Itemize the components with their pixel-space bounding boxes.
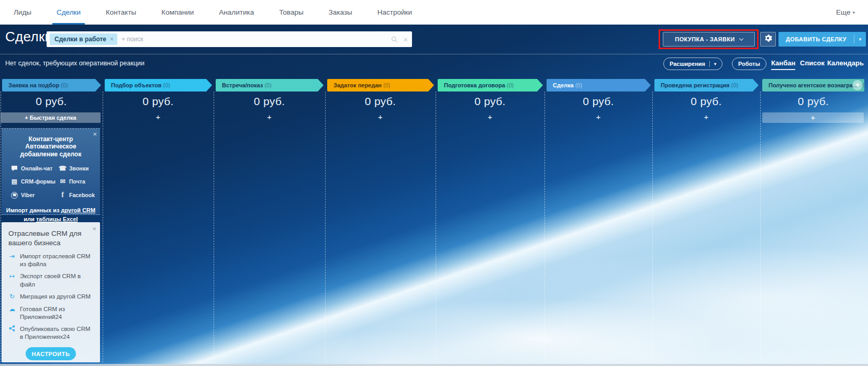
nav-tab-contacts[interactable]: Контакты: [105, 0, 137, 25]
share-icon: [8, 325, 16, 341]
search-icon[interactable]: [391, 36, 398, 43]
gear-icon: [764, 34, 772, 44]
status-text: Нет сделок, требующих оперативной реакци…: [5, 60, 144, 67]
mail-icon: ✉: [59, 178, 66, 185]
robots-button[interactable]: Роботы: [732, 58, 766, 70]
industry-item-ready-crm[interactable]: ☁ Готовая CRM из Приложений24: [8, 305, 95, 321]
contact-center-widget: × Контакт-центр Автоматическое добавлени…: [2, 128, 100, 215]
search-input[interactable]: [121, 36, 386, 43]
nav-tab-deals[interactable]: Сделки: [55, 0, 82, 25]
contact-center-title: Контакт-центр: [2, 135, 100, 143]
channel-facebook[interactable]: f Facebook: [59, 191, 102, 199]
add-deal-plus-button[interactable]: +: [325, 112, 436, 121]
kanban-column: Проведена регистрация(0) 0 руб. +: [652, 79, 760, 142]
quick-deal-button[interactable]: + Быстрая сделка: [1, 112, 101, 123]
column-amount: 0 руб.: [103, 95, 214, 108]
industry-item-import[interactable]: ⇥ Импорт отраслевой CRM из файла: [8, 253, 95, 268]
plus-icon: +: [25, 115, 28, 121]
industry-item-publish[interactable]: Опубликовать свою CRM в Приложениях24: [8, 325, 95, 341]
chevron-down-icon: ▾: [852, 10, 855, 15]
page-title: Сделки: [5, 29, 52, 45]
kanban-column: Сделка(0) 0 руб. +: [544, 79, 652, 142]
import-data-text: Импорт данных из другой CRM или таблицы …: [2, 206, 100, 223]
add-deal-plus-button[interactable]: +: [214, 112, 325, 121]
close-icon[interactable]: ×: [92, 225, 96, 233]
viber-icon: ☎: [10, 192, 18, 199]
add-deal-label: ДОБАВИТЬ СДЕЛКУ: [778, 32, 854, 47]
column-amount: 0 руб.: [760, 95, 866, 108]
view-tab-calendar[interactable]: Календарь: [827, 59, 864, 67]
column-amount: 0 руб.: [436, 95, 544, 108]
contact-center-subtitle: Автоматическое добавление сделок: [2, 143, 100, 158]
channel-mail[interactable]: ✉ Почта: [59, 178, 102, 185]
top-nav: Лиды Сделки Контакты Компании Аналитика …: [0, 0, 868, 25]
migration-icon: ↻: [8, 293, 16, 301]
column-amount: 0 руб.: [544, 95, 652, 108]
stage-header[interactable]: Задаток передан(0): [327, 79, 434, 92]
add-deal-plus-button[interactable]: +: [103, 112, 214, 121]
kanban-column: Встреча/показ(0) 0 руб. +: [214, 79, 325, 142]
nav-tab-orders[interactable]: Заказы: [328, 0, 353, 25]
close-icon[interactable]: ×: [93, 130, 97, 138]
kanban-column: Подготовка договора(0) 0 руб. +: [436, 79, 544, 142]
configure-button[interactable]: НАСТРОИТЬ: [26, 347, 76, 360]
channel-crm-forms[interactable]: ▤ CRM-формы: [10, 178, 59, 185]
stage-header[interactable]: Получено агентское вознагра... (0) +: [762, 79, 864, 92]
kanban-column: Задаток передан(0) 0 руб. +: [325, 79, 436, 142]
column-amount: 0 руб.: [652, 95, 760, 108]
extensions-button[interactable]: Расширения ▾: [663, 58, 722, 70]
channel-grid: Онлайн-чат ☎ Звонки ▤ CRM-формы ✉ Почта …: [2, 165, 100, 199]
filter-search-bar[interactable]: Сделки в работе × ×: [47, 31, 412, 47]
import-file-icon: ⇥: [8, 253, 16, 268]
import-crm-link[interactable]: другой CRM: [61, 207, 95, 213]
chat-icon: [10, 166, 18, 171]
nav-tab-settings[interactable]: Настройки: [376, 0, 413, 25]
add-deal-plus-button[interactable]: +: [652, 112, 760, 121]
stage-header[interactable]: Проведена регистрация(0): [654, 79, 759, 92]
stage-header[interactable]: Сделка(0): [547, 79, 651, 92]
view-tab-kanban[interactable]: Канбан: [771, 59, 795, 67]
nav-tab-analytics[interactable]: Аналитика: [218, 0, 255, 25]
bitrix-crm-window: Лиды Сделки Контакты Компании Аналитика …: [0, 0, 868, 366]
stage-header[interactable]: Подбор объектов(0): [105, 79, 212, 92]
nav-tab-leads[interactable]: Лиды: [13, 0, 32, 25]
view-tab-list[interactable]: Список: [800, 59, 825, 67]
add-deal-plus-button[interactable]: +: [762, 112, 864, 123]
nav-tab-products[interactable]: Товары: [278, 0, 304, 25]
crm-workspace: Сделки ☆ Сделки в работе × × ПОКУПКА - З…: [0, 25, 868, 366]
chip-remove-icon[interactable]: ×: [110, 36, 114, 43]
horizontal-scrollbar[interactable]: [0, 364, 868, 366]
clear-search-icon[interactable]: ×: [403, 35, 408, 44]
add-deal-button[interactable]: ДОБАВИТЬ СДЕЛКУ ▾: [778, 32, 866, 47]
industry-crm-list: ⇥ Импорт отраслевой CRM из файла ↦ Экспо…: [2, 247, 100, 341]
facebook-icon: f: [59, 191, 66, 199]
export-file-icon: ↦: [8, 272, 16, 288]
add-deal-dropdown-arrow[interactable]: ▾: [854, 37, 866, 42]
crm-form-icon: ▤: [10, 178, 18, 185]
industry-item-export[interactable]: ↦ Экспорт своей CRM в файл: [8, 272, 95, 288]
deal-category-label: ПОКУПКА - ЗАЯВКИ: [675, 36, 735, 42]
nav-more-menu[interactable]: Еще▾: [836, 0, 855, 25]
industry-item-migration[interactable]: ↻ Миграция из другой CRM: [8, 293, 95, 301]
column-amount: 0 руб.: [325, 95, 436, 108]
button-divider: [709, 61, 710, 67]
filter-chip[interactable]: Сделки в работе ×: [50, 33, 117, 45]
stage-header[interactable]: Встреча/показ(0): [216, 79, 324, 92]
stage-header[interactable]: Заявка на подбор(0): [2, 79, 101, 92]
stage-header[interactable]: Подготовка договора(0): [438, 79, 543, 92]
import-excel-link[interactable]: таблицы Excel: [36, 216, 78, 222]
column-amount: 0 руб.: [214, 95, 325, 108]
add-deal-plus-button[interactable]: +: [544, 112, 652, 121]
add-stage-button[interactable]: +: [852, 80, 863, 90]
add-deal-plus-button[interactable]: +: [436, 112, 544, 121]
channel-viber[interactable]: ☎ Viber: [10, 191, 59, 199]
channel-calls[interactable]: ☎ Звонки: [59, 165, 102, 172]
cloud-icon: ☁: [8, 305, 16, 321]
phone-icon: ☎: [59, 165, 66, 172]
kanban-column: Получено агентское вознагра... (0) + 0 р…: [760, 79, 866, 142]
industry-crm-widget: × Отраслевые CRM для вашего бизнеса ⇥ Им…: [2, 222, 100, 362]
deal-category-button[interactable]: ПОКУПКА - ЗАЯВКИ: [663, 32, 755, 47]
settings-gear-button[interactable]: [760, 32, 776, 47]
channel-online-chat[interactable]: Онлайн-чат: [10, 165, 59, 172]
nav-tab-companies[interactable]: Компании: [160, 0, 195, 25]
